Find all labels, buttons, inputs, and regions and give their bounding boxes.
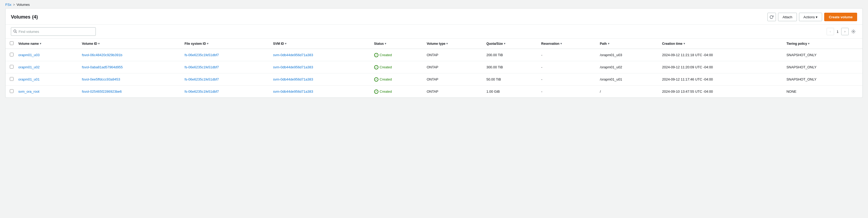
cell-path-1: /orapm01_u02 bbox=[597, 61, 659, 73]
sort-icon-tiering-policy[interactable]: ▾ bbox=[808, 42, 809, 45]
sort-icon-quota-size[interactable]: ▾ bbox=[504, 42, 505, 45]
status-label-1: Created bbox=[380, 65, 392, 69]
cell-svm-id-2: svm-0db44de956d71a383 bbox=[270, 73, 371, 85]
cell-volume-type-1: ONTAP bbox=[424, 61, 483, 73]
sort-icon-reservation[interactable]: ▾ bbox=[560, 42, 562, 45]
prev-page-button[interactable]: ‹ bbox=[827, 28, 834, 35]
row-checkbox-cell bbox=[6, 85, 15, 98]
cell-filesystem-id-1: fs-06e6235c1fe51dbf7 bbox=[181, 61, 270, 73]
cell-status-1: ✓ Created bbox=[371, 61, 424, 73]
th-creation-time: Creation time ▾ bbox=[659, 39, 783, 49]
sort-icon-svm-id[interactable]: ▾ bbox=[285, 42, 286, 45]
refresh-button[interactable] bbox=[768, 13, 776, 21]
cell-status-2: ✓ Created bbox=[371, 73, 424, 85]
volume-id-link-0[interactable]: fsvol-06c48420c929b391b bbox=[82, 53, 122, 57]
row-checkbox-1[interactable] bbox=[10, 65, 13, 69]
sort-icon-volume-type[interactable]: ▾ bbox=[446, 42, 448, 45]
actions-button[interactable]: Actions bbox=[799, 13, 823, 21]
row-checkbox-0[interactable] bbox=[10, 53, 13, 57]
row-checkbox-3[interactable] bbox=[10, 89, 13, 93]
cell-filesystem-id-3: fs-06e6235c1fe51dbf7 bbox=[181, 85, 270, 98]
sort-icon-path[interactable]: ▾ bbox=[608, 42, 609, 45]
page-header: Volumes (4) Attach Actions Create volume bbox=[6, 8, 862, 25]
cell-path-0: /orapm01_u03 bbox=[597, 49, 659, 61]
volume-name-link-3[interactable]: svm_ora_root bbox=[18, 89, 39, 94]
toolbar: ‹ 1 › bbox=[6, 25, 862, 39]
search-input[interactable] bbox=[19, 30, 93, 34]
th-quota-size: Quota/Size ▾ bbox=[483, 39, 538, 49]
th-volume-id: Volume ID ▾ bbox=[79, 39, 181, 49]
volume-name-link-1[interactable]: orapm01_u02 bbox=[18, 65, 39, 69]
next-page-button[interactable]: › bbox=[841, 28, 849, 35]
cell-creation-time-0: 2024-09-12 11:21:18 UTC -04:00 bbox=[659, 49, 783, 61]
sort-icon-status[interactable]: ▾ bbox=[385, 42, 386, 45]
th-volume-name: Volume name ▾ bbox=[15, 39, 79, 49]
cell-reservation-0: - bbox=[538, 49, 596, 61]
cell-tiering-policy-0: SNAPSHOT_ONLY bbox=[783, 49, 862, 61]
cell-status-3: ✓ Created bbox=[371, 85, 424, 98]
select-all-cell bbox=[6, 39, 15, 49]
cell-volume-id-0: fsvol-06c48420c929b391b bbox=[79, 49, 181, 61]
attach-button[interactable]: Attach bbox=[778, 13, 797, 21]
cell-reservation-3: - bbox=[538, 85, 596, 98]
sort-icon-filesystem-id[interactable]: ▾ bbox=[207, 42, 208, 45]
table-settings-button[interactable] bbox=[850, 28, 857, 35]
status-badge-2: ✓ Created bbox=[374, 77, 420, 82]
th-volume-type: Volume type ▾ bbox=[424, 39, 483, 49]
th-path: Path ▾ bbox=[597, 39, 659, 49]
svg-point-2 bbox=[853, 31, 854, 32]
volume-name-link-0[interactable]: orapm01_u03 bbox=[18, 53, 39, 57]
volume-id-link-3[interactable]: fsvol-025465f2286923be6 bbox=[82, 89, 122, 94]
cell-status-0: ✓ Created bbox=[371, 49, 424, 61]
cell-quota-size-2: 50.00 TiB bbox=[483, 73, 538, 85]
select-all-checkbox[interactable] bbox=[10, 41, 13, 45]
cell-volume-name-1: orapm01_u02 bbox=[15, 61, 79, 73]
filesystem-id-link-2[interactable]: fs-06e6235c1fe51dbf7 bbox=[184, 77, 219, 81]
cell-tiering-policy-1: SNAPSHOT_ONLY bbox=[783, 61, 862, 73]
row-checkbox-cell bbox=[6, 61, 15, 73]
volume-id-link-1[interactable]: fsvol-0aba81ad57964d955 bbox=[82, 65, 123, 69]
table-row: orapm01_u03 fsvol-06c48420c929b391b fs-0… bbox=[6, 49, 862, 61]
table-row: orapm01_u01 fsvol-0ee5ffdccc93a9453 fs-0… bbox=[6, 73, 862, 85]
cell-reservation-2: - bbox=[538, 73, 596, 85]
filesystem-id-link-3[interactable]: fs-06e6235c1fe51dbf7 bbox=[184, 89, 219, 94]
filesystem-id-link-0[interactable]: fs-06e6235c1fe51dbf7 bbox=[184, 53, 219, 57]
cell-creation-time-1: 2024-09-12 11:20:09 UTC -04:00 bbox=[659, 61, 783, 73]
breadcrumb-parent-link[interactable]: FSx bbox=[5, 3, 11, 7]
svm-id-link-3[interactable]: svm-0db44de956d71a383 bbox=[273, 89, 313, 94]
sort-icon-volume-id[interactable]: ▾ bbox=[98, 42, 99, 45]
filesystem-id-link-1[interactable]: fs-06e6235c1fe51dbf7 bbox=[184, 65, 219, 69]
sort-icon-volume-name[interactable]: ▾ bbox=[40, 42, 41, 45]
svm-id-link-1[interactable]: svm-0db44de956d71a383 bbox=[273, 65, 313, 69]
breadcrumb: FSx > Volumes bbox=[0, 0, 868, 8]
cell-path-2: /orapm01_u01 bbox=[597, 73, 659, 85]
breadcrumb-separator: > bbox=[13, 3, 15, 7]
page-container: Volumes (4) Attach Actions Create volume bbox=[5, 8, 863, 98]
search-icon bbox=[13, 29, 17, 34]
create-volume-button[interactable]: Create volume bbox=[824, 13, 857, 21]
cell-quota-size-0: 200.00 TiB bbox=[483, 49, 538, 61]
table-header-row: Volume name ▾ Volume ID ▾ File system ID… bbox=[6, 39, 862, 49]
th-svm-id: SVM ID ▾ bbox=[270, 39, 371, 49]
pagination: ‹ 1 › bbox=[827, 28, 849, 35]
cell-volume-id-3: fsvol-025465f2286923be6 bbox=[79, 85, 181, 98]
cell-volume-name-0: orapm01_u03 bbox=[15, 49, 79, 61]
svm-id-link-2[interactable]: svm-0db44de956d71a383 bbox=[273, 77, 313, 81]
cell-volume-type-0: ONTAP bbox=[424, 49, 483, 61]
cell-svm-id-1: svm-0db44de956d71a383 bbox=[270, 61, 371, 73]
cell-svm-id-0: svm-0db44de956d71a383 bbox=[270, 49, 371, 61]
status-check-icon-2: ✓ bbox=[374, 77, 378, 82]
status-badge-1: ✓ Created bbox=[374, 65, 420, 69]
volume-id-link-2[interactable]: fsvol-0ee5ffdccc93a9453 bbox=[82, 77, 120, 81]
volumes-table: Volume name ▾ Volume ID ▾ File system ID… bbox=[6, 39, 862, 98]
row-checkbox-2[interactable] bbox=[10, 77, 13, 81]
cell-svm-id-3: svm-0db44de956d71a383 bbox=[270, 85, 371, 98]
cell-tiering-policy-3: NONE bbox=[783, 85, 862, 98]
cell-tiering-policy-2: SNAPSHOT_ONLY bbox=[783, 73, 862, 85]
cell-filesystem-id-0: fs-06e6235c1fe51dbf7 bbox=[181, 49, 270, 61]
svm-id-link-0[interactable]: svm-0db44de956d71a383 bbox=[273, 53, 313, 57]
page-number: 1 bbox=[835, 30, 840, 34]
volume-name-link-2[interactable]: orapm01_u01 bbox=[18, 77, 39, 81]
sort-icon-creation-time[interactable]: ▾ bbox=[684, 42, 685, 45]
row-checkbox-cell bbox=[6, 73, 15, 85]
